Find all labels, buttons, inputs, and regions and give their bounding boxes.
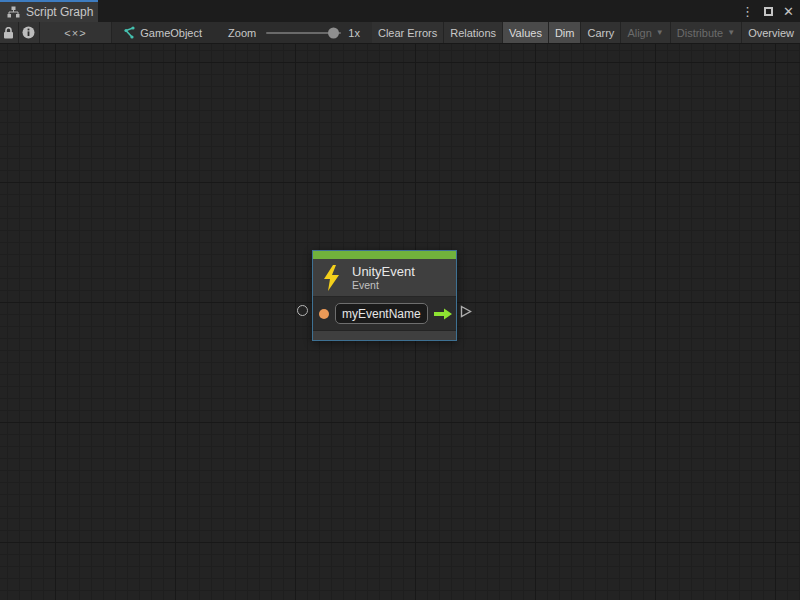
toolbar-buttons: Clear Errors Relations Values Dim Carry … [372, 22, 800, 43]
trigger-input-port[interactable] [297, 305, 308, 316]
window-menu-icon[interactable]: ⋮ [741, 5, 754, 18]
gameobject-label: GameObject [140, 27, 202, 39]
zoom-value: 1x [348, 22, 360, 43]
distribute-dropdown-button[interactable]: Distribute ▼ [671, 22, 742, 43]
event-name-input[interactable] [335, 303, 428, 324]
dim-toggle-button[interactable]: Dim [549, 22, 582, 43]
close-icon[interactable]: ✕ [783, 5, 794, 18]
values-toggle-button[interactable]: Values [503, 22, 549, 43]
node-subtitle: Event [352, 279, 415, 292]
code-preview-button[interactable]: <×> [40, 22, 113, 43]
chevron-down-icon: ▼ [656, 28, 664, 37]
trigger-output-port[interactable] [460, 304, 472, 317]
node-footer [313, 330, 456, 340]
node-header[interactable]: UnityEvent Event [313, 259, 456, 297]
graph-canvas[interactable]: UnityEvent Event [0, 44, 800, 600]
code-icon: <×> [64, 27, 86, 39]
lock-icon [3, 27, 14, 39]
tab-label: Script Graph [26, 5, 93, 19]
node-port-row [313, 297, 456, 330]
lock-button[interactable] [0, 22, 19, 43]
info-icon [22, 26, 35, 39]
carry-button[interactable]: Carry [581, 22, 621, 43]
maximize-icon[interactable] [764, 7, 773, 16]
lightning-bolt-icon [323, 265, 340, 291]
node-accent-bar [313, 251, 456, 259]
value-port-dot[interactable] [319, 309, 329, 319]
relations-button[interactable]: Relations [444, 22, 503, 43]
zoom-slider[interactable] [266, 22, 341, 43]
script-graph-window: Script Graph ⋮ ✕ [0, 0, 800, 600]
flow-arrow-icon[interactable] [433, 307, 453, 321]
node-titles: UnityEvent Event [352, 264, 415, 292]
window-controls: ⋮ ✕ [741, 0, 796, 22]
gameobject-reference[interactable]: GameObject [122, 22, 202, 43]
graph-hierarchy-icon [7, 6, 20, 19]
clear-errors-button[interactable]: Clear Errors [372, 22, 444, 43]
zoom-label: Zoom [228, 22, 256, 43]
tab-script-graph[interactable]: Script Graph [0, 0, 98, 22]
align-dropdown-button[interactable]: Align ▼ [621, 22, 670, 43]
titlebar: Script Graph ⋮ ✕ [0, 0, 800, 22]
toolbar: <×> GameObject Zoom 1x Clear Errors [0, 22, 800, 44]
info-button[interactable] [19, 22, 40, 43]
chevron-down-icon: ▼ [727, 28, 735, 37]
gameobject-graph-icon [122, 26, 135, 39]
unity-event-node[interactable]: UnityEvent Event [312, 250, 457, 341]
overview-button[interactable]: Overview [742, 22, 800, 43]
node-title: UnityEvent [352, 264, 415, 279]
zoom-slider-handle[interactable] [328, 27, 339, 38]
